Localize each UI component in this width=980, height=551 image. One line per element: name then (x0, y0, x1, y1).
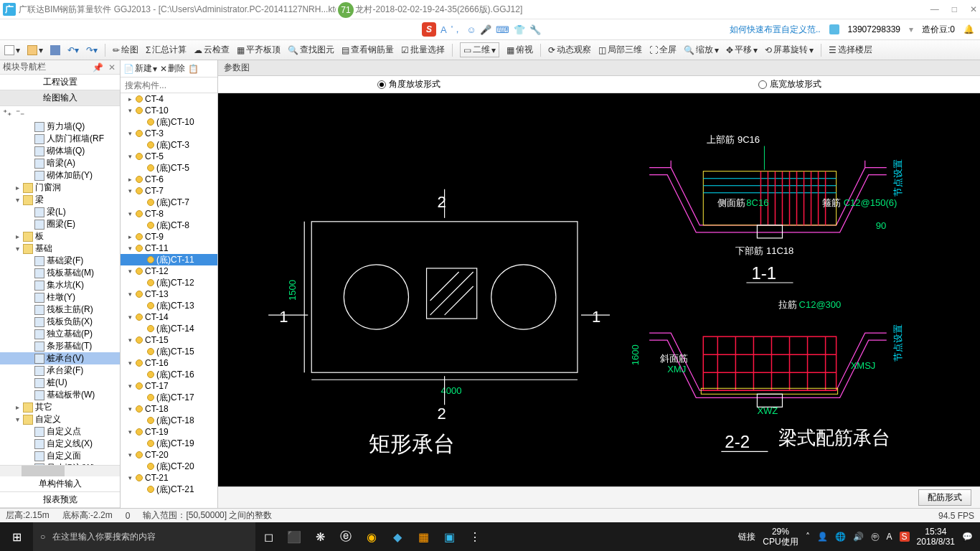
2d-select[interactable]: ▭ 二维 ▾ (460, 42, 499, 57)
top-view-button[interactable]: ▦ 俯视 (507, 44, 533, 56)
tray-a-icon[interactable]: A (887, 532, 892, 542)
expand-icon[interactable]: ⁺₊ (3, 108, 11, 118)
rebar-form-button[interactable]: 配筋形式 (918, 489, 971, 506)
ct-item[interactable]: (底)CT-15 (121, 346, 217, 357)
ct-item[interactable]: (底)CT-18 (121, 415, 217, 426)
clock[interactable]: 15:342018/8/31 (917, 527, 955, 547)
ct-item[interactable]: (底)CT-7 (121, 197, 217, 208)
report-preview-button[interactable]: 报表预览 (0, 492, 120, 508)
tree-item[interactable]: ▸其它 (0, 401, 120, 413)
ime-kbd-icon[interactable]: ⌨ (496, 24, 509, 35)
ct-item[interactable]: ▾CT-3 (121, 128, 217, 139)
tree-item[interactable]: 集水坑(K) (0, 279, 120, 291)
bell-icon[interactable]: 🔔 (963, 24, 974, 34)
ime-mic-icon[interactable]: 🎤 (480, 24, 491, 35)
zoom-button[interactable]: 🔍 缩放 ▾ (684, 44, 719, 56)
tree-item[interactable]: ▸门窗洞 (0, 182, 120, 194)
cloud-check-button[interactable]: ☁ 云检查 (194, 44, 230, 56)
tree-item[interactable]: 暗梁(A) (0, 157, 120, 169)
delete-item-button[interactable]: ✕ 删除 (160, 62, 185, 75)
tree-item[interactable]: ▾基础 (0, 242, 120, 255)
tree-item[interactable]: 基础板带(W) (0, 389, 120, 401)
ct-item[interactable]: ▾CT-18 (121, 403, 217, 415)
edge-icon[interactable]: ⓔ (333, 522, 359, 551)
ct-item[interactable]: ▾CT-21 (121, 472, 217, 484)
ct-item[interactable]: ▾CT-11 (121, 242, 217, 254)
pin-icon[interactable]: 📌 ✕ (93, 62, 117, 72)
tree-item[interactable]: 自定义面 (0, 450, 120, 462)
tree-item[interactable]: 独立基础(P) (0, 328, 120, 340)
orbit-button[interactable]: ⟳ 动态观察 (548, 44, 591, 56)
tray-vol-icon[interactable]: 🔊 (853, 532, 864, 542)
ct-item[interactable]: (底)CT-20 (121, 461, 217, 472)
tree-item[interactable]: 圈梁(E) (0, 218, 120, 230)
link-indicator[interactable]: 链接 (738, 531, 755, 543)
new-button[interactable]: ▾ (4, 45, 20, 55)
local-3d-button[interactable]: ◫ 局部三维 (598, 44, 642, 56)
ct-item[interactable]: ▾CT-13 (121, 288, 217, 300)
tree-item[interactable]: 砌体加筋(Y) (0, 169, 120, 182)
ct-item[interactable]: (底)CT-17 (121, 392, 217, 403)
tree-item[interactable]: 自定义点 (0, 425, 120, 438)
copy-item-button[interactable]: 📋 (188, 64, 199, 74)
cpu-usage[interactable]: 29%CPU使用 (763, 527, 798, 547)
batch-select-button[interactable]: ☑ 批量选择 (401, 44, 445, 56)
tray-s-icon[interactable]: S (900, 532, 910, 542)
start-button[interactable]: ⊞ (0, 522, 33, 551)
ct-list[interactable]: ▸CT-4▾CT-10(底)CT-10▾CT-3(底)CT-3▾CT-5(底)C… (121, 93, 217, 508)
ct-item[interactable]: ▸CT-6 (121, 174, 217, 185)
ime-a-icon[interactable]: A (440, 24, 447, 35)
tree-item[interactable]: 梁(L) (0, 206, 120, 218)
app3-icon[interactable]: ◉ (359, 522, 385, 551)
tree-item[interactable]: 承台梁(F) (0, 364, 120, 377)
notif-icon[interactable]: 💬 (962, 532, 973, 542)
tray-up-icon[interactable]: ˄ (806, 532, 810, 542)
draw-input-button[interactable]: 绘图输入 (0, 90, 120, 106)
tray-person-icon[interactable]: 👤 (817, 532, 828, 542)
pan-button[interactable]: ✥ 平移 ▾ (726, 44, 758, 56)
find-element-button[interactable]: 🔍 查找图元 (288, 44, 334, 56)
ct-item[interactable]: ▾CT-20 (121, 449, 217, 461)
close-button[interactable]: ✕ (970, 4, 977, 14)
taskbar-search[interactable]: ○ 在这里输入你要搜索的内容 (33, 522, 255, 551)
search-input[interactable] (121, 77, 217, 93)
collapse-icon[interactable]: ⁻₋ (16, 108, 24, 118)
ct-item[interactable]: (底)CT-5 (121, 162, 217, 174)
select-floor-button[interactable]: ☰ 选择楼层 (829, 44, 872, 56)
tree-item[interactable]: 柱墩(Y) (0, 291, 120, 303)
ct-item[interactable]: ▾CT-10 (121, 105, 217, 116)
ct-item[interactable]: (底)CT-13 (121, 300, 217, 311)
align-top-button[interactable]: ▦ 平齐板顶 (237, 44, 281, 56)
app6-icon[interactable]: ▣ (436, 522, 462, 551)
search-box[interactable] (121, 77, 217, 93)
tree-item[interactable]: 自定义线(X) (0, 438, 120, 450)
tree-item[interactable]: ▾梁 (0, 194, 120, 206)
app7-icon[interactable]: ⋮ (462, 522, 488, 551)
sogou-icon[interactable]: S (422, 22, 436, 37)
ct-item[interactable]: ▾CT-12 (121, 265, 217, 277)
single-input-button[interactable]: 单构件输入 (0, 476, 120, 492)
open-button[interactable]: ▾ (27, 45, 43, 55)
ct-item[interactable]: (底)CT-14 (121, 323, 217, 334)
tree-item[interactable]: 桩(U) (0, 377, 120, 389)
ime-wrench-icon[interactable]: 🔧 (529, 24, 541, 35)
h-scrollbar[interactable] (0, 465, 120, 476)
tree-item[interactable]: 筏板负筋(X) (0, 316, 120, 328)
tree-item[interactable]: 条形基础(T) (0, 340, 120, 352)
width-slope-radio[interactable]: 底宽放坡形式 (758, 78, 821, 90)
fullscreen-button[interactable]: ⛶ 全屏 (649, 44, 677, 56)
task-view-icon[interactable]: ◻ (255, 522, 281, 551)
ct-item[interactable]: ▾CT-8 (121, 208, 217, 220)
app1-icon[interactable]: ⬛ (281, 522, 307, 551)
user-icon[interactable] (829, 24, 839, 34)
ct-item[interactable]: (底)CT-8 (121, 220, 217, 231)
ct-item[interactable]: ▾CT-17 (121, 380, 217, 392)
tray-net-icon[interactable]: 🌐 (835, 532, 846, 542)
ct-item[interactable]: (底)CT-12 (121, 277, 217, 288)
ct-item[interactable]: (底)CT-21 (121, 484, 217, 495)
ct-item[interactable]: ▾CT-16 (121, 357, 217, 369)
tree-item[interactable]: 砌体墙(Q) (0, 145, 120, 157)
ct-item[interactable]: ▾CT-15 (121, 334, 217, 346)
ime-comma-icon[interactable]: '， (451, 23, 462, 36)
ct-item[interactable]: (底)CT-10 (121, 116, 217, 128)
